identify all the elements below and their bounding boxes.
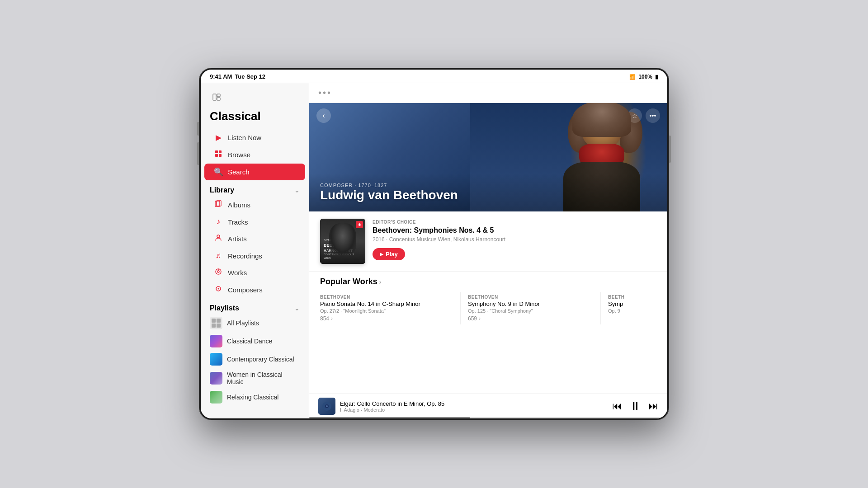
svg-point-9 (217, 235, 220, 238)
editor-badge: ✱ (356, 221, 363, 228)
sidebar-header (201, 83, 309, 108)
playlist-item-relaxing[interactable]: Relaxing Classical (201, 388, 309, 406)
classical-dance-thumb (210, 335, 222, 347)
wifi-icon (629, 74, 636, 80)
svg-rect-6 (219, 154, 222, 157)
now-playing-subtitle: I. Adagio - Moderato (340, 407, 612, 413)
playlist-label: Classical Dance (227, 338, 272, 345)
listen-now-icon: ▶ (213, 133, 223, 142)
sidebar-item-recordings[interactable]: ♬ Recordings (204, 248, 305, 264)
app-container: Classical ▶ Listen Now (201, 83, 667, 418)
more-options-button[interactable]: ••• (646, 108, 660, 123)
volume-up-button[interactable] (197, 122, 199, 136)
back-button[interactable]: ‹ (316, 108, 331, 123)
popular-works-title: Popular Works (320, 277, 377, 286)
work-item-1[interactable]: BEETHOVEN Piano Sonata No. 14 in C-Sharp… (320, 292, 460, 324)
playlist-label: Relaxing Classical (227, 394, 278, 401)
work-composer: BEETHOVEN (468, 295, 600, 300)
relaxing-thumb (210, 391, 222, 404)
playlist-item-all[interactable]: All Playlists (201, 314, 309, 332)
volume-down-button[interactable] (197, 142, 199, 165)
sidebar-item-works[interactable]: Works (204, 264, 305, 281)
sidebar-item-listen-now[interactable]: ▶ Listen Now (204, 129, 305, 146)
recordings-icon: ♬ (213, 251, 223, 260)
sidebar-item-label: Listen Now (228, 134, 261, 141)
sidebar-item-label: Albums (228, 201, 250, 209)
album-art: ✱ SYMPHONIES 4&5 BEETHOVEN HARNONCOURT C… (320, 219, 365, 264)
sidebar-item-albums[interactable]: Albums (204, 197, 305, 213)
progress-bar[interactable] (309, 417, 667, 418)
album-meta: 2016 · Concentus Musicus Wien, Nikolaus … (373, 236, 656, 243)
progress-fill (309, 417, 470, 418)
playlists-chevron-icon[interactable]: ⌄ (294, 305, 300, 312)
header-dots: ••• (318, 88, 332, 98)
pause-button[interactable]: ⏸ (629, 399, 641, 413)
fast-forward-button[interactable]: ⏭ (648, 400, 658, 412)
playlist-label: All Playlists (227, 319, 259, 327)
work-count-row: 659 › (468, 315, 600, 322)
hero-action-buttons: ☆ ••• (627, 108, 660, 123)
work-name: Symphony No. 9 in D Minor (468, 300, 600, 307)
svg-rect-8 (217, 201, 221, 206)
sidebar-item-browse[interactable]: Browse (204, 146, 305, 163)
hero-overlay: COMPOSER · 1770–1827 Ludwig van Beethove… (309, 174, 667, 211)
hero-section: ‹ ☆ ••• COMPOSER · 1770–1827 Ludwig van … (309, 103, 667, 211)
device-frame: 9:41 AM Tue Sep 12 100% ▮ (199, 68, 669, 420)
playlist-item-contemporary[interactable]: Contemporary Classical (201, 350, 309, 368)
rewind-button[interactable]: ⏮ (612, 400, 622, 412)
sidebar-toggle-button[interactable] (210, 90, 223, 104)
editors-choice-label: EDITOR'S CHOICE (373, 220, 656, 225)
work-item-2[interactable]: BEETHOVEN Symphony No. 9 in D Minor Op. … (460, 292, 600, 324)
now-playing-info: Elgar: Cello Concerto in E Minor, Op. 85… (340, 400, 612, 413)
work-count-chevron: › (479, 315, 481, 322)
playlist-item-women[interactable]: Women in Classical Music (201, 368, 309, 388)
device-screen: 9:41 AM Tue Sep 12 100% ▮ (201, 70, 667, 418)
artists-icon (213, 234, 223, 244)
work-count: 659 (468, 315, 477, 322)
playback-controls: ⏮ ⏸ ⏭ (612, 399, 658, 413)
albums-icon (213, 200, 223, 210)
sidebar-item-artists[interactable]: Artists (204, 230, 305, 247)
play-icon: ▶ (380, 252, 383, 257)
sidebar-item-label: Artists (228, 235, 247, 243)
sidebar-item-search[interactable]: 🔍 Search (204, 164, 305, 180)
library-section-title: Library (210, 186, 234, 194)
tracks-icon: ♪ (213, 217, 223, 226)
power-button[interactable] (669, 136, 671, 163)
playlists-section-header: Playlists ⌄ (201, 299, 309, 314)
sidebar-item-tracks[interactable]: ♪ Tracks (204, 214, 305, 230)
contemporary-thumb (210, 353, 222, 366)
date-display: Tue Sep 12 (235, 73, 265, 80)
sidebar-item-composers[interactable]: Composers (204, 282, 305, 298)
work-composer: BEETHOVEN (320, 295, 460, 300)
playlist-label: Women in Classical Music (227, 371, 300, 385)
work-item-3[interactable]: BEETH Symp Op. 9 (600, 292, 656, 324)
hero-title: Ludwig van Beethoven (320, 188, 656, 202)
popular-works-section: Popular Works › BEETHOVEN Piano Sonata N… (309, 272, 667, 394)
svg-rect-5 (215, 154, 218, 157)
work-count-row: 854 › (320, 315, 460, 322)
popular-works-chevron-icon[interactable]: › (379, 278, 382, 286)
work-subtitle: Op. 125 · "Choral Symphony" (468, 308, 600, 314)
now-playing-bar: Elgar: Cello Concerto in E Minor, Op. 85… (309, 394, 667, 418)
play-button[interactable]: ▶ Play (373, 248, 405, 260)
hair-top (572, 103, 631, 137)
album-info: EDITOR'S CHOICE Beethoven: Symphonies No… (373, 219, 656, 260)
now-playing-thumbnail (318, 398, 335, 415)
content-header-bar: ••• (309, 83, 667, 103)
svg-point-14 (218, 288, 219, 290)
browse-icon (213, 150, 223, 160)
battery-display: 100% (638, 74, 652, 80)
sidebar-item-label: Browse (228, 151, 250, 159)
library-chevron-icon[interactable]: ⌄ (294, 187, 300, 194)
svg-rect-2 (217, 98, 220, 100)
sidebar-item-label: Works (228, 269, 247, 277)
playlist-item-classical-dance[interactable]: Classical Dance (201, 332, 309, 350)
work-name: Piano Sonata No. 14 in C-Sharp Minor (320, 300, 460, 307)
search-icon: 🔍 (213, 167, 223, 177)
status-bar-right: 100% ▮ (629, 74, 658, 80)
time-display: 9:41 AM (210, 73, 232, 80)
svg-rect-1 (217, 94, 220, 97)
play-label: Play (386, 251, 398, 258)
work-subtitle: Op. 9 (608, 308, 656, 314)
